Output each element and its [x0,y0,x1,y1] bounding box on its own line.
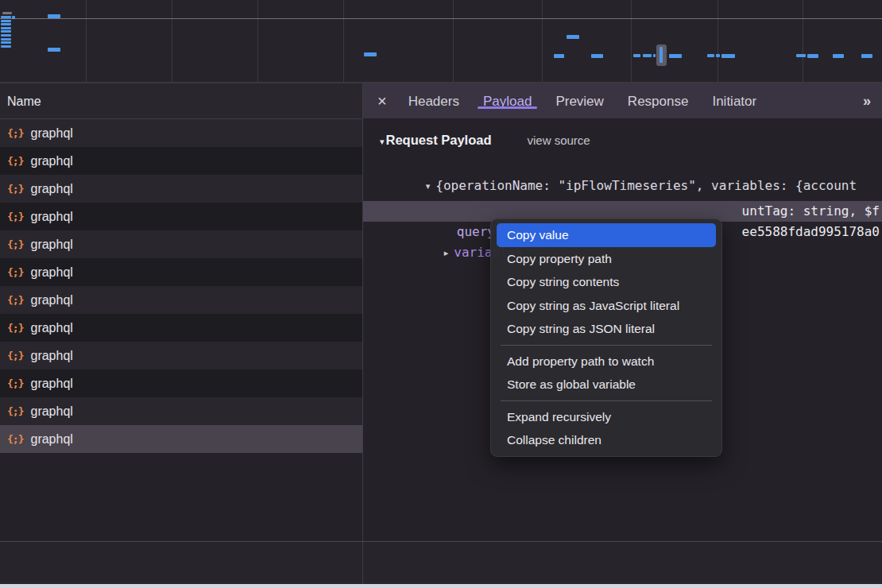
request-name-label: graphql [30,182,72,196]
request-timing-bar [716,54,720,57]
more-tabs-icon[interactable]: » [863,93,869,110]
window-bottom-edge [0,584,882,588]
menu-item-expand-recursively[interactable]: Expand recursively [497,405,716,429]
tab-preview[interactable]: Preview [544,94,615,109]
footer-area [0,542,882,584]
details-tabs: HeadersPayloadPreviewResponseInitiator [397,83,768,119]
timeline-gridline [257,0,258,82]
section-title: Request Payload [386,133,492,148]
details-tab-bar: × HeadersPayloadPreviewResponseInitiator… [363,83,882,119]
request-row-graphql[interactable]: {;}graphql [0,258,362,286]
request-row-graphql[interactable]: {;}graphql [0,203,362,230]
request-name-label: graphql [30,238,72,252]
menu-separator [501,345,712,346]
request-row-graphql[interactable]: {;}graphql [0,230,362,258]
variables-value-right-fragment: ee5588fdad995178a0 [742,222,880,242]
name-column-header[interactable]: Name [0,83,362,119]
request-timing-bar [2,12,12,14]
timeline-gridline [803,0,803,82]
request-name-label: graphql [30,349,72,363]
request-name-label: graphql [30,432,72,447]
request-row-graphql[interactable]: {;}graphql [0,286,362,314]
request-timing-bar [1,41,11,44]
timeline-gridline [542,0,543,82]
request-row-graphql[interactable]: {;}graphql [0,342,362,369]
query-value-right-fragment: untTag: string, $f [742,201,880,222]
request-timing-bar [807,54,818,58]
request-timing-bar [707,54,714,57]
request-name-label: graphql [30,321,72,335]
timeline-gridline [718,0,718,82]
request-name-label: graphql [30,293,72,308]
request-timing-bar [12,16,15,19]
operation-name-row[interactable]: operationName: "ipFlowTimeseries" [363,180,882,201]
request-timing-bar [48,48,60,52]
request-timing-bar [554,54,564,58]
menu-item-copy-value[interactable]: Copy value [497,223,716,247]
payload-root-row[interactable]: ▾{operationName: "ipFlowTimeseries", var… [363,155,882,176]
json-request-icon: {;} [7,405,23,417]
close-icon[interactable]: × [366,92,397,110]
menu-item-copy-string-contents[interactable]: Copy string contents [497,270,716,294]
request-name-label: graphql [30,265,72,280]
menu-item-copy-string-as-json-literal[interactable]: Copy string as JSON literal [497,317,716,341]
timeline-gridline [453,0,454,82]
menu-separator [501,400,712,401]
request-timing-bar [364,52,377,56]
request-name-label: graphql [30,126,72,141]
context-menu: Copy valueCopy property pathCopy string … [490,219,722,457]
request-payload-section-header: ▾ Request Payload view source [363,119,882,155]
request-row-graphql[interactable]: {;}graphql [0,147,362,175]
request-name-label: graphql [30,377,72,391]
request-timing-bar [1,34,11,37]
json-request-icon: {;} [7,266,23,278]
request-row-graphql[interactable]: {;}graphql [0,369,362,397]
request-timing-bar [796,54,806,57]
request-row-graphql[interactable]: {;}graphql [0,119,362,147]
collapse-icon[interactable]: ▸ [444,242,449,263]
tab-response[interactable]: Response [616,94,701,109]
json-request-icon: {;} [7,211,23,222]
request-row-graphql[interactable]: {;}graphql [0,175,362,203]
request-rows: {;}graphql{;}graphql{;}graphql{;}graphql… [0,119,362,453]
menu-item-copy-string-as-javascript-literal[interactable]: Copy string as JavaScript literal [497,294,716,318]
json-request-icon: {;} [7,238,23,250]
request-timing-bar [833,54,844,58]
request-row-graphql[interactable]: {;}graphql [0,314,362,342]
request-name-label: graphql [30,210,72,224]
network-overview-timeline[interactable] [0,0,882,83]
tab-payload[interactable]: Payload [471,94,544,109]
request-timing-bar [1,20,11,22]
json-request-icon: {;} [7,377,23,389]
menu-item-collapse-children[interactable]: Collapse children [497,428,716,452]
json-request-icon: {;} [7,350,23,362]
tab-headers[interactable]: Headers [397,94,471,109]
network-request-list: Name {;}graphql{;}graphql{;}graphql{;}gr… [0,83,363,541]
view-source-link[interactable]: view source [528,133,590,147]
request-timing-bar [1,23,11,25]
timeline-gridline [343,0,344,82]
timeline-gridline [631,0,632,82]
menu-item-copy-property-path[interactable]: Copy property path [497,247,716,271]
json-request-icon: {;} [7,127,23,139]
request-timing-bar [669,54,682,58]
request-timing-bar [653,54,656,57]
footer-panel-divider [362,542,363,584]
request-row-graphql[interactable]: {;}graphql [0,425,362,453]
json-request-icon: {;} [7,433,23,445]
section-expand-icon[interactable]: ▾ [380,137,385,147]
request-timing-bar [1,30,11,33]
menu-item-add-property-path-to-watch[interactable]: Add property path to watch [497,350,716,373]
tab-initiator[interactable]: Initiator [700,94,768,109]
request-timing-bar [591,54,603,58]
timeline-gridline [172,0,172,82]
json-request-icon: {;} [7,183,23,195]
request-timing-bar [1,38,11,41]
request-timing-bar [1,27,11,29]
menu-item-store-as-global-variable[interactable]: Store as global variable [497,373,716,397]
request-timing-bar [861,54,872,58]
timeline-gridline [86,0,87,82]
request-timing-bar [1,45,11,48]
request-row-graphql[interactable]: {;}graphql [0,397,362,425]
timeline-selection-tick [660,47,663,63]
